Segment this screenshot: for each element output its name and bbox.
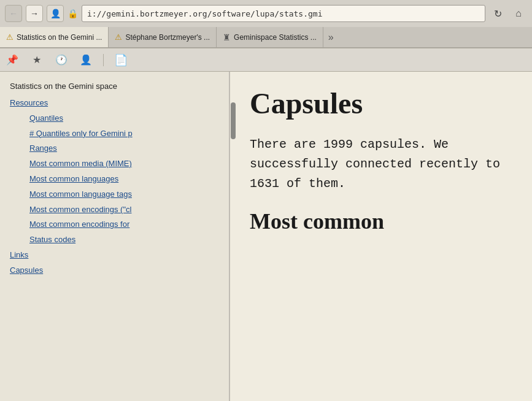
pin-icon: 📌	[6, 54, 18, 66]
history-icon: 🕐	[55, 54, 67, 66]
sidebar-item-languages[interactable]: Most common languages	[0, 172, 229, 187]
lock-icon: 🔒	[67, 9, 78, 18]
sidebar-item-media[interactable]: Most common media (MIME)	[0, 156, 229, 172]
tab-geminispace-label: Geminispace Statistics ...	[234, 33, 317, 42]
tab-warning-icon-2: ⚠	[115, 32, 122, 42]
tab-statistics[interactable]: ⚠ Statistics on the Gemini ...	[0, 27, 109, 47]
tab-bortzmeyer-label: Stéphane Bortzmeyer's ...	[125, 33, 210, 42]
tab-chess-icon: ♜	[223, 32, 231, 42]
home-icon: ⌂	[515, 8, 522, 19]
content-area: Capsules There are 1999 capsules. We suc…	[230, 72, 532, 401]
nav-bar: ← → 👤 🔒 ↻ ⌂	[0, 0, 532, 27]
toolbar: 📌 ★ 🕐 👤 📄	[0, 48, 532, 72]
sidebar-item-links[interactable]: Links	[0, 248, 229, 263]
main-area: Statistics on the Gemini space Resources…	[0, 72, 532, 401]
address-bar[interactable]	[82, 5, 485, 22]
sidebar-container: Statistics on the Gemini space Resources…	[0, 72, 230, 401]
sidebar-item-resources[interactable]: Resources	[0, 96, 229, 111]
sidebar-item-encodings-cl[interactable]: Most common encodings ("cl	[0, 202, 229, 218]
reload-icon: ↻	[494, 8, 502, 20]
sidebar-item-ranges[interactable]: Ranges	[0, 141, 229, 156]
profile-button[interactable]: 👤	[79, 53, 93, 67]
profile-icon: 👤	[80, 54, 92, 66]
sidebar-item-quantiles-gemini[interactable]: # Quantiles only for Gemini p	[0, 126, 229, 142]
content-heading-most-common: Most common	[250, 208, 512, 234]
toolbar-separator	[103, 54, 104, 66]
sidebar: Statistics on the Gemini space Resources…	[0, 72, 230, 401]
tab-warning-icon: ⚠	[6, 32, 13, 42]
doc-icon: 📄	[114, 53, 128, 67]
sidebar-item-capsules[interactable]: Capsules	[0, 263, 229, 278]
reload-button[interactable]: ↻	[489, 5, 506, 22]
tab-more-button[interactable]: »	[323, 27, 339, 47]
tab-more-icon: »	[328, 32, 334, 43]
user-button[interactable]: 👤	[47, 5, 64, 22]
user-icon: 👤	[50, 9, 61, 18]
sidebar-item-encodings-for[interactable]: Most common encodings for	[0, 217, 229, 232]
sidebar-item-quantiles[interactable]: Quantiles	[0, 111, 229, 126]
sidebar-scroll-thumb[interactable]	[231, 102, 236, 139]
sidebar-title: Statistics on the Gemini space	[0, 79, 229, 96]
forward-button[interactable]: →	[26, 5, 43, 22]
tab-geminispace[interactable]: ♜ Geminispace Statistics ...	[217, 27, 323, 47]
tabs-bar: ⚠ Statistics on the Gemini ... ⚠ Stéphan…	[0, 27, 532, 48]
bookmark-icon: ★	[33, 54, 41, 66]
sidebar-item-status-codes[interactable]: Status codes	[0, 232, 229, 248]
home-button[interactable]: ⌂	[510, 5, 527, 22]
history-button[interactable]: 🕐	[54, 53, 69, 67]
bookmark-button[interactable]: ★	[29, 53, 44, 67]
forward-icon: →	[30, 9, 39, 18]
doc-button[interactable]: 📄	[114, 53, 128, 67]
tab-bortzmeyer[interactable]: ⚠ Stéphane Bortzmeyer's ...	[109, 27, 217, 47]
content-heading-capsules: Capsules	[250, 86, 512, 120]
back-button[interactable]: ←	[5, 5, 22, 22]
back-icon: ←	[9, 9, 18, 18]
pin-button[interactable]: 📌	[5, 53, 20, 67]
tab-statistics-label: Statistics on the Gemini ...	[17, 33, 102, 42]
sidebar-item-language-tags[interactable]: Most common language tags	[0, 187, 229, 202]
content-paragraph-capsules: There are 1999 capsules. We successfully…	[250, 135, 512, 194]
